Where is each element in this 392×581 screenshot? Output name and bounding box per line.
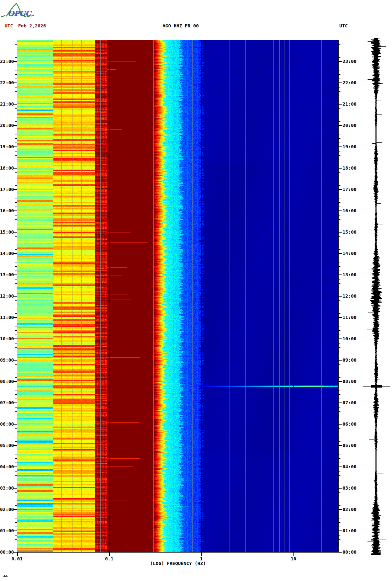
hour-label-right: 16:00 [343, 208, 356, 213]
hour-tick-left-minor [15, 130, 17, 130]
hour-tick-left-minor [15, 53, 17, 53]
hour-label-right: 13:00 [343, 272, 356, 277]
hour-tick-left-minor [15, 437, 17, 437]
hour-tick-right-minor [338, 271, 340, 271]
hour-tick-left-minor [15, 326, 17, 326]
hour-label-left: 18:00 [0, 166, 14, 170]
hour-tick-left-minor [15, 497, 17, 497]
hour-tick-right-minor [338, 143, 340, 143]
hour-tick-right-minor [338, 207, 340, 207]
hour-tick-right-minor [338, 155, 340, 156]
hour-tick-right-minor [338, 66, 340, 66]
spectrogram-plot-frame [17, 40, 339, 553]
hour-tick-left-major [14, 488, 17, 489]
hour-tick-right-major [338, 531, 342, 531]
hour-tick-left-minor [15, 70, 17, 70]
hour-tick-right-minor [338, 108, 340, 109]
hour-tick-left-major [14, 82, 17, 83]
hour-tick-left-minor [15, 441, 17, 442]
hour-tick-left-minor [15, 527, 17, 527]
hour-tick-left-minor [15, 522, 17, 523]
hour-label-left: 11:00 [0, 315, 14, 320]
hour-tick-left-minor [15, 322, 17, 322]
hour-tick-right-minor [338, 70, 340, 70]
hour-tick-right-minor [338, 44, 340, 45]
hour-label-right: 08:00 [343, 379, 356, 384]
hour-tick-left-minor [15, 117, 17, 117]
hour-tick-left-minor [15, 155, 17, 156]
hour-label-right: 18:00 [343, 166, 356, 170]
hour-tick-right-minor [338, 172, 340, 173]
hour-tick-right-minor [338, 151, 340, 151]
hour-tick-left-major [14, 531, 17, 531]
hour-tick-left-minor [15, 484, 17, 484]
hour-tick-right-major [338, 232, 342, 233]
hour-label-right: 06:00 [343, 422, 356, 426]
hour-tick-left-major [14, 168, 17, 169]
hour-tick-left-minor [15, 288, 17, 288]
hour-tick-right-major [338, 168, 342, 169]
seismogram-trace-canvas [355, 38, 392, 555]
hour-label-right: 05:00 [343, 443, 356, 448]
hour-tick-right-major [338, 253, 342, 254]
hour-tick-right-minor [338, 181, 340, 181]
hour-tick-left-minor [15, 87, 17, 87]
hour-label-left: 19:00 [0, 144, 14, 149]
hour-tick-right-major [338, 552, 342, 553]
hour-tick-right-minor [338, 364, 340, 365]
hour-tick-left-minor [15, 113, 17, 113]
hour-tick-left-minor [15, 249, 17, 250]
hour-label-left: 02:00 [0, 507, 14, 512]
hour-tick-right-minor [338, 416, 340, 416]
hour-tick-left-minor [15, 463, 17, 463]
hour-tick-left-major [14, 403, 17, 403]
opgc-logo: OPGC [1, 1, 40, 20]
hour-label-left: 22:00 [0, 80, 14, 85]
hour-tick-right-minor [338, 130, 340, 130]
hour-tick-right-major [338, 189, 342, 190]
hour-tick-left-minor [15, 177, 17, 177]
hour-tick-left-minor [15, 454, 17, 454]
hour-tick-left-minor [15, 386, 17, 386]
hour-tick-left-minor [15, 271, 17, 271]
hour-tick-right-minor [338, 527, 340, 527]
hour-tick-right-minor [338, 266, 340, 267]
hour-label-right: 02:00 [343, 507, 356, 512]
hour-tick-left-minor [15, 245, 17, 245]
hour-tick-left-minor [15, 364, 17, 365]
hour-tick-right-minor [338, 198, 340, 198]
hour-tick-left-minor [15, 44, 17, 45]
hour-tick-right-minor [338, 313, 340, 314]
hour-tick-left-minor [15, 181, 17, 181]
hour-tick-left-minor [15, 228, 17, 228]
hour-tick-left-major [14, 274, 17, 275]
hour-tick-right-minor [338, 335, 340, 335]
hour-tick-right-major [338, 424, 342, 425]
hour-tick-right-major [338, 467, 342, 467]
hour-label-left: 01:00 [0, 528, 14, 533]
hour-tick-right-minor [338, 309, 340, 309]
hour-tick-right-major [338, 82, 342, 83]
hour-label-left: 14:00 [0, 251, 14, 256]
hour-tick-left-minor [15, 300, 17, 301]
hour-tick-left-major [14, 61, 17, 62]
hour-tick-right-minor [338, 258, 340, 258]
hour-label-right: 04:00 [343, 464, 356, 469]
hour-tick-left-minor [15, 91, 17, 92]
hour-tick-left-minor [15, 548, 17, 548]
hour-tick-right-minor [338, 224, 340, 224]
hour-tick-left-minor [15, 160, 17, 160]
hour-tick-right-minor [338, 463, 340, 463]
hour-tick-left-minor [15, 143, 17, 143]
freq-tick [201, 553, 202, 556]
hour-tick-right-minor [338, 202, 340, 203]
date-label: Feb 2,2026 [18, 23, 46, 28]
hour-label-left: 04:00 [0, 464, 14, 469]
hour-tick-right-minor [338, 292, 340, 292]
hour-tick-right-minor [338, 492, 340, 493]
hour-tick-left-minor [15, 407, 17, 407]
hour-tick-right-major [338, 317, 342, 318]
hour-tick-left-minor [15, 241, 17, 241]
hour-tick-right-minor [338, 322, 340, 322]
hour-tick-right-minor [338, 121, 340, 122]
